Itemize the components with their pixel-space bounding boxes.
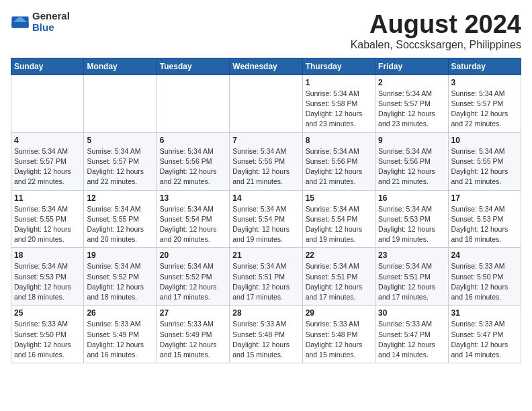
calendar-header-row: Sunday Monday Tuesday Wednesday Thursday… <box>11 58 521 75</box>
logo-general: General <box>32 11 70 22</box>
day-info: Sunrise: 5:34 AMSunset: 5:51 PMDaylight:… <box>306 261 372 302</box>
day-number: 5 <box>87 136 153 145</box>
day-info: Sunrise: 5:34 AMSunset: 5:55 PMDaylight:… <box>87 204 153 245</box>
calendar-cell-w1-d5: 2 Sunrise: 5:34 AMSunset: 5:57 PMDayligh… <box>375 75 448 132</box>
day-info: Sunrise: 5:34 AMSunset: 5:51 PMDaylight:… <box>378 261 445 302</box>
calendar-cell-w3-d5: 16 Sunrise: 5:34 AMSunset: 5:53 PMDaylig… <box>375 190 448 248</box>
week-row-1: 1 Sunrise: 5:34 AMSunset: 5:58 PMDayligh… <box>11 75 521 132</box>
day-info: Sunrise: 5:34 AMSunset: 5:54 PMDaylight:… <box>232 204 299 245</box>
day-number: 8 <box>306 136 372 145</box>
day-number: 23 <box>378 250 445 260</box>
day-number: 21 <box>232 250 299 260</box>
col-saturday: Saturday <box>448 58 521 75</box>
day-number: 9 <box>378 136 445 145</box>
day-info: Sunrise: 5:33 AMSunset: 5:48 PMDaylight:… <box>306 319 372 360</box>
calendar-cell-w1-d4: 1 Sunrise: 5:34 AMSunset: 5:58 PMDayligh… <box>302 75 375 132</box>
day-info: Sunrise: 5:34 AMSunset: 5:54 PMDaylight:… <box>306 204 372 245</box>
day-info: Sunrise: 5:34 AMSunset: 5:56 PMDaylight:… <box>232 146 299 187</box>
calendar-cell-w2-d4: 8 Sunrise: 5:34 AMSunset: 5:56 PMDayligh… <box>302 132 375 190</box>
day-info: Sunrise: 5:34 AMSunset: 5:53 PMDaylight:… <box>451 204 518 245</box>
day-info: Sunrise: 5:34 AMSunset: 5:56 PMDaylight:… <box>160 146 226 187</box>
day-number: 29 <box>306 308 372 318</box>
calendar-cell-w3-d4: 15 Sunrise: 5:34 AMSunset: 5:54 PMDaylig… <box>302 190 375 248</box>
day-number: 14 <box>232 193 299 203</box>
day-number: 3 <box>451 78 518 87</box>
day-info: Sunrise: 5:34 AMSunset: 5:56 PMDaylight:… <box>378 146 445 187</box>
col-wednesday: Wednesday <box>230 58 302 75</box>
month-title: August 2024 <box>351 11 521 39</box>
calendar-cell-w2-d2: 6 Sunrise: 5:34 AMSunset: 5:56 PMDayligh… <box>157 132 229 190</box>
svg-rect-2 <box>11 22 28 28</box>
calendar-cell-w2-d5: 9 Sunrise: 5:34 AMSunset: 5:56 PMDayligh… <box>375 132 448 190</box>
day-number: 24 <box>451 250 518 260</box>
day-info: Sunrise: 5:34 AMSunset: 5:51 PMDaylight:… <box>232 261 299 302</box>
day-number: 28 <box>232 308 299 318</box>
day-info: Sunrise: 5:34 AMSunset: 5:53 PMDaylight:… <box>378 204 445 245</box>
day-info: Sunrise: 5:34 AMSunset: 5:57 PMDaylight:… <box>378 89 445 130</box>
day-number: 25 <box>14 308 81 318</box>
col-monday: Monday <box>84 58 157 75</box>
day-number: 16 <box>378 193 445 203</box>
col-friday: Friday <box>375 58 448 75</box>
day-info: Sunrise: 5:33 AMSunset: 5:49 PMDaylight:… <box>160 319 226 360</box>
calendar-cell-w4-d5: 23 Sunrise: 5:34 AMSunset: 5:51 PMDaylig… <box>375 248 448 306</box>
day-number: 27 <box>160 308 226 318</box>
calendar-cell-w3-d6: 17 Sunrise: 5:34 AMSunset: 5:53 PMDaylig… <box>448 190 521 248</box>
week-row-2: 4 Sunrise: 5:34 AMSunset: 5:57 PMDayligh… <box>11 132 521 190</box>
calendar-cell-w5-d3: 28 Sunrise: 5:33 AMSunset: 5:48 PMDaylig… <box>230 306 302 363</box>
day-number: 13 <box>160 193 226 203</box>
day-number: 20 <box>160 250 226 260</box>
calendar-cell-w3-d2: 13 Sunrise: 5:34 AMSunset: 5:54 PMDaylig… <box>157 190 229 248</box>
day-number: 2 <box>378 78 445 87</box>
day-number: 26 <box>87 308 153 318</box>
logo-icon <box>11 13 30 32</box>
calendar-cell-w5-d0: 25 Sunrise: 5:33 AMSunset: 5:50 PMDaylig… <box>11 306 84 363</box>
day-number: 31 <box>451 308 518 318</box>
calendar-cell-w5-d5: 30 Sunrise: 5:33 AMSunset: 5:47 PMDaylig… <box>375 306 448 363</box>
day-info: Sunrise: 5:33 AMSunset: 5:50 PMDaylight:… <box>14 319 81 360</box>
day-info: Sunrise: 5:33 AMSunset: 5:47 PMDaylight:… <box>451 319 518 360</box>
day-number: 15 <box>306 193 372 203</box>
col-sunday: Sunday <box>11 58 84 75</box>
day-info: Sunrise: 5:33 AMSunset: 5:48 PMDaylight:… <box>232 319 299 360</box>
day-info: Sunrise: 5:34 AMSunset: 5:55 PMDaylight:… <box>451 146 518 187</box>
day-info: Sunrise: 5:34 AMSunset: 5:58 PMDaylight:… <box>306 89 372 130</box>
calendar-cell-w5-d4: 29 Sunrise: 5:33 AMSunset: 5:48 PMDaylig… <box>302 306 375 363</box>
day-info: Sunrise: 5:34 AMSunset: 5:57 PMDaylight:… <box>14 146 81 187</box>
col-thursday: Thursday <box>302 58 375 75</box>
col-tuesday: Tuesday <box>157 58 229 75</box>
calendar-cell-w5-d2: 27 Sunrise: 5:33 AMSunset: 5:49 PMDaylig… <box>157 306 229 363</box>
day-info: Sunrise: 5:34 AMSunset: 5:55 PMDaylight:… <box>14 204 81 245</box>
calendar-cell-w4-d1: 19 Sunrise: 5:34 AMSunset: 5:52 PMDaylig… <box>84 248 157 306</box>
calendar-cell-w5-d1: 26 Sunrise: 5:33 AMSunset: 5:49 PMDaylig… <box>84 306 157 363</box>
day-info: Sunrise: 5:33 AMSunset: 5:47 PMDaylight:… <box>378 319 445 360</box>
calendar-cell-w5-d6: 31 Sunrise: 5:33 AMSunset: 5:47 PMDaylig… <box>448 306 521 363</box>
day-info: Sunrise: 5:34 AMSunset: 5:52 PMDaylight:… <box>87 261 153 302</box>
day-info: Sunrise: 5:34 AMSunset: 5:56 PMDaylight:… <box>306 146 372 187</box>
day-number: 1 <box>306 78 372 87</box>
day-info: Sunrise: 5:34 AMSunset: 5:57 PMDaylight:… <box>451 89 518 130</box>
calendar-cell-w2-d6: 10 Sunrise: 5:34 AMSunset: 5:55 PMDaylig… <box>448 132 521 190</box>
calendar-cell-w3-d3: 14 Sunrise: 5:34 AMSunset: 5:54 PMDaylig… <box>230 190 302 248</box>
calendar-cell-w4-d3: 21 Sunrise: 5:34 AMSunset: 5:51 PMDaylig… <box>230 248 302 306</box>
calendar-cell-w2-d1: 5 Sunrise: 5:34 AMSunset: 5:57 PMDayligh… <box>84 132 157 190</box>
calendar-cell-w2-d3: 7 Sunrise: 5:34 AMSunset: 5:56 PMDayligh… <box>230 132 302 190</box>
logo-text: General Blue <box>32 11 70 33</box>
day-number: 10 <box>451 136 518 145</box>
title-area: August 2024 Kabalen, Soccsksargen, Phili… <box>351 11 521 51</box>
calendar-cell-w3-d0: 11 Sunrise: 5:34 AMSunset: 5:55 PMDaylig… <box>11 190 84 248</box>
day-info: Sunrise: 5:34 AMSunset: 5:53 PMDaylight:… <box>14 261 81 302</box>
calendar-cell-w1-d0 <box>11 75 84 132</box>
day-info: Sunrise: 5:33 AMSunset: 5:50 PMDaylight:… <box>451 261 518 302</box>
week-row-5: 25 Sunrise: 5:33 AMSunset: 5:50 PMDaylig… <box>11 306 521 363</box>
day-number: 4 <box>14 136 81 145</box>
logo: General Blue <box>11 11 70 33</box>
day-number: 7 <box>232 136 299 145</box>
day-info: Sunrise: 5:34 AMSunset: 5:54 PMDaylight:… <box>160 204 226 245</box>
calendar-cell-w1-d1 <box>84 75 157 132</box>
day-number: 19 <box>87 250 153 260</box>
day-info: Sunrise: 5:33 AMSunset: 5:49 PMDaylight:… <box>87 319 153 360</box>
calendar-cell-w1-d2 <box>157 75 229 132</box>
calendar-table: Sunday Monday Tuesday Wednesday Thursday… <box>11 58 521 363</box>
day-info: Sunrise: 5:34 AMSunset: 5:57 PMDaylight:… <box>87 146 153 187</box>
